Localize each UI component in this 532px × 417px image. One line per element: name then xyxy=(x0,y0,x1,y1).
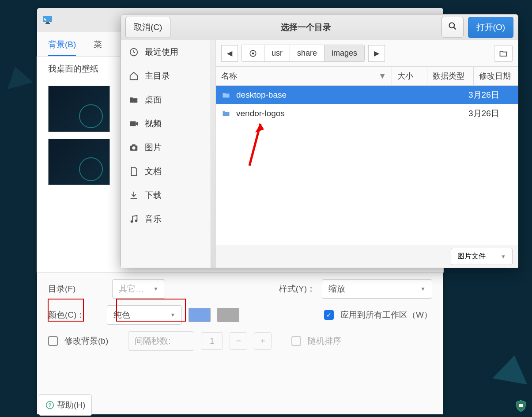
color-primary[interactable] xyxy=(189,308,211,322)
breadcrumbs: usr share images xyxy=(241,45,365,62)
sidebar-label: 主目录 xyxy=(145,70,170,82)
chevron-down-icon: ▼ xyxy=(420,286,426,292)
help-label: 帮助(H) xyxy=(57,399,85,411)
search-button[interactable] xyxy=(441,17,464,38)
sidebar-label: 音乐 xyxy=(145,213,162,225)
video-icon xyxy=(129,119,139,129)
folder-icon xyxy=(129,95,139,105)
color-value: 纯色 xyxy=(113,309,130,321)
sort-icon: ▼ xyxy=(378,72,386,81)
monitor-icon xyxy=(42,15,54,25)
file-row[interactable]: desktop-base 3月26日 xyxy=(216,86,518,104)
random-label: 随机排序 xyxy=(308,335,341,347)
clock-icon xyxy=(129,47,139,57)
sidebar-label: 文档 xyxy=(145,166,162,177)
modify-bg-checkbox[interactable] xyxy=(48,336,58,346)
wallpaper-thumb[interactable] xyxy=(48,86,110,132)
help-icon: ? xyxy=(45,401,54,409)
music-icon xyxy=(129,214,139,224)
svg-point-5 xyxy=(449,23,454,28)
sidebar-item-home[interactable]: 主目录 xyxy=(121,64,215,88)
sidebar-item-documents[interactable]: 文档 xyxy=(121,159,215,183)
open-button[interactable]: 打开(O) xyxy=(468,17,513,38)
chooser-title: 选择一个目录 xyxy=(175,22,437,33)
folder-dropdown[interactable]: 其它… ▼ xyxy=(112,279,165,299)
svg-text:+: + xyxy=(506,49,508,53)
nav-forward-button[interactable]: ▶ xyxy=(368,45,385,62)
column-size[interactable]: 大小 xyxy=(392,67,427,85)
tab-background[interactable]: 背景(B) xyxy=(48,39,76,56)
svg-line-6 xyxy=(453,27,456,30)
sidebar-item-recent[interactable]: 最近使用 xyxy=(121,40,215,64)
sidebar-item-music[interactable]: 音乐 xyxy=(121,207,215,231)
color-secondary[interactable] xyxy=(217,308,239,322)
home-icon xyxy=(129,71,139,81)
interval-input: 间隔秒数: xyxy=(128,331,194,351)
cancel-button[interactable]: 取消(C) xyxy=(125,17,170,38)
chooser-titlebar: 取消(C) 选择一个目录 打开(O) xyxy=(121,15,518,40)
interval-value: 1 xyxy=(201,332,223,350)
color-mode-dropdown[interactable]: 纯色 ▼ xyxy=(107,305,182,325)
svg-rect-1 xyxy=(46,22,49,23)
desktop-decoration xyxy=(2,63,33,89)
file-list: desktop-base 3月26日 vendor-logos 3月26日 xyxy=(216,86,518,245)
folder-icon xyxy=(221,109,231,118)
file-date: 3月26日 xyxy=(468,89,513,101)
sidebar-item-pictures[interactable]: 图片 xyxy=(121,136,215,159)
svg-point-10 xyxy=(132,146,135,149)
sidebar-label: 最近使用 xyxy=(145,46,178,58)
style-value: 缩放 xyxy=(328,283,345,295)
document-icon xyxy=(129,167,139,176)
breadcrumb-root[interactable] xyxy=(242,45,264,61)
sidebar-item-desktop[interactable]: 桌面 xyxy=(121,88,215,112)
decrement-button: − xyxy=(230,332,247,350)
download-icon xyxy=(129,190,139,200)
tab-menu[interactable]: 菜 xyxy=(94,39,102,56)
file-date: 3月26日 xyxy=(468,108,513,119)
modify-bg-label: 修改背景(b) xyxy=(64,335,108,347)
places-sidebar: 最近使用 主目录 桌面 视频 图片 文档 xyxy=(121,40,216,268)
nav-back-button[interactable]: ◀ xyxy=(221,45,238,62)
apply-all-label: 应用到所有工作区（W） xyxy=(340,309,432,321)
column-date[interactable]: 修改日期 xyxy=(474,67,518,85)
help-button[interactable]: ? 帮助(H) xyxy=(39,394,92,416)
breadcrumb-item[interactable]: usr xyxy=(264,45,290,61)
sidebar-label: 视频 xyxy=(145,118,162,129)
svg-point-15 xyxy=(252,52,254,54)
svg-point-12 xyxy=(131,220,133,223)
background-controls: 目录(F) 其它… ▼ 样式(Y)： 缩放 ▼ 颜色(C)： 纯色 ▼ ✓ xyxy=(37,273,443,362)
sidebar-item-videos[interactable]: 视频 xyxy=(121,112,215,136)
folder-icon xyxy=(221,91,231,99)
svg-rect-11 xyxy=(132,144,135,146)
file-chooser-dialog: 取消(C) 选择一个目录 打开(O) 最近使用 主目录 桌面 视频 xyxy=(121,14,518,268)
random-checkbox[interactable] xyxy=(291,336,301,346)
column-name[interactable]: 名称▼ xyxy=(216,67,392,85)
apply-all-checkbox[interactable]: ✓ xyxy=(324,310,334,320)
file-type-filter[interactable]: 图片文件 ▼ xyxy=(451,248,513,265)
chooser-footer: 图片文件 ▼ xyxy=(216,245,518,268)
chevron-down-icon: ▼ xyxy=(501,254,506,260)
path-bar: ◀ usr share images ▶ + xyxy=(216,40,518,67)
svg-point-13 xyxy=(135,220,138,222)
svg-text:?: ? xyxy=(48,402,51,408)
chevron-down-icon: ▼ xyxy=(153,286,158,292)
svg-rect-17 xyxy=(519,404,523,407)
sidebar-item-downloads[interactable]: 下载 xyxy=(121,183,215,207)
shield-icon xyxy=(514,399,528,413)
disk-icon xyxy=(249,49,257,57)
increment-button: + xyxy=(254,332,272,350)
breadcrumb-item[interactable]: share xyxy=(290,45,324,61)
breadcrumb-item[interactable]: images xyxy=(324,45,364,61)
file-row[interactable]: vendor-logos 3月26日 xyxy=(216,104,518,123)
style-dropdown[interactable]: 缩放 ▼ xyxy=(322,279,432,299)
svg-rect-8 xyxy=(130,121,136,126)
file-list-header: 名称▼ 大小 数据类型 修改日期 xyxy=(216,67,518,86)
desktop-decoration xyxy=(492,353,532,385)
wallpaper-thumb[interactable] xyxy=(48,139,110,185)
camera-icon xyxy=(129,143,139,152)
column-type[interactable]: 数据类型 xyxy=(427,67,474,85)
new-folder-button[interactable]: + xyxy=(494,45,513,62)
search-icon xyxy=(448,22,457,30)
file-name: desktop-base xyxy=(236,90,387,100)
chooser-main: ◀ usr share images ▶ + 名称▼ 大小 数据类型 xyxy=(216,40,518,268)
